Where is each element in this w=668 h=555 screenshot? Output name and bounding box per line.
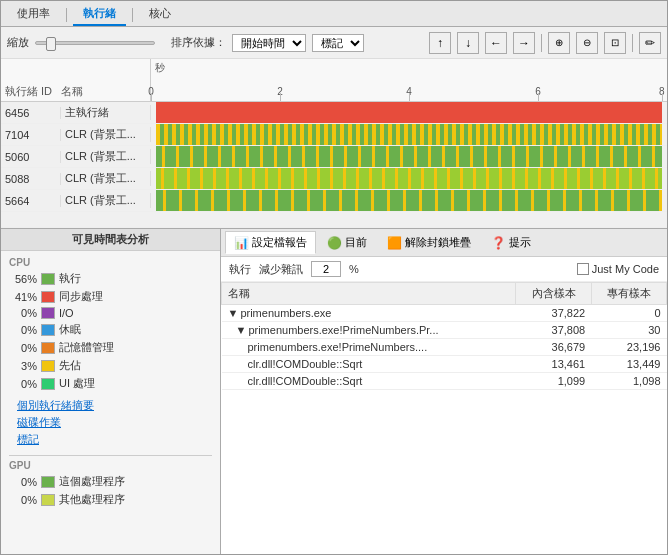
gpu-item-name: 這個處理程序 (59, 474, 125, 489)
cpu-color-swatch (41, 342, 55, 354)
move-left-button[interactable]: ← (485, 32, 507, 54)
right-tab-bar: 📊 設定檔報告 🟢 目前 🟧 解除封鎖堆疊 ❓ 提示 (221, 229, 667, 257)
cpu-pct: 0% (9, 342, 37, 354)
tab-unblock-stack[interactable]: 🟧 解除封鎖堆疊 (378, 231, 480, 254)
table-row[interactable]: 5060 CLR (背景工... (1, 146, 667, 168)
tab-core[interactable]: 核心 (139, 3, 181, 26)
table-row[interactable]: 7104 CLR (背景工... (1, 124, 667, 146)
cpu-pct: 0% (9, 307, 37, 319)
noise-label: 減少雜訊 (259, 262, 303, 277)
row-name-cell: clr.dll!COMDouble::Sqrt (222, 373, 516, 390)
row-exclusive-cell: 30 (591, 322, 666, 339)
cpu-color-swatch (41, 307, 55, 319)
table-row[interactable]: clr.dll!COMDouble::Sqrt 13,461 13,449 (222, 356, 667, 373)
individual-threads-link[interactable]: 個別執行緒摘要 (17, 398, 204, 413)
profile-table: 名稱 內含樣本 專有樣本 ▼primenumbers.exe 37,822 0 … (221, 282, 667, 390)
move-right-button[interactable]: → (513, 32, 535, 54)
cpu-analysis: CPU 56% 執行 41% 同步處理 0% I/O (1, 251, 220, 554)
row-name-cell: ▼primenumbers.exe (222, 305, 516, 322)
row-inclusive-cell: 13,461 (516, 356, 591, 373)
zoom-label: 縮放 (7, 35, 29, 50)
col-exclusive-header[interactable]: 專有樣本 (591, 283, 666, 305)
thread-name-cell: CLR (背景工... (61, 193, 151, 208)
cpu-item-name: UI 處理 (59, 376, 95, 391)
just-my-code-checkbox[interactable] (577, 263, 589, 275)
bar-segment (156, 146, 662, 167)
table-row[interactable]: primenumbers.exe!PrimeNumbers.... 36,679… (222, 339, 667, 356)
cpu-section-label: CPU (9, 257, 212, 268)
tab-label: 解除封鎖堆疊 (405, 235, 471, 250)
top-tab-bar: 使用率 執行緒 核心 (1, 1, 667, 27)
row-inclusive-cell: 37,822 (516, 305, 591, 322)
just-my-code-label: Just My Code (592, 263, 659, 275)
marker-select[interactable]: 標記 (312, 34, 364, 52)
thread-id-cell: 7104 (1, 129, 61, 141)
row-name-cell: ▼primenumbers.exe!PrimeNumbers.Pr... (222, 322, 516, 339)
current-icon: 🟢 (327, 236, 342, 250)
hint-icon: ❓ (491, 236, 506, 250)
table-row[interactable]: ▼primenumbers.exe 37,822 0 (222, 305, 667, 322)
bar-segment (156, 190, 662, 211)
cpu-item-row: 0% UI 處理 (9, 376, 212, 391)
zoom-out-button[interactable]: ⊖ (576, 32, 598, 54)
thread-id-cell: 5060 (1, 151, 61, 163)
move-down-button[interactable]: ↓ (457, 32, 479, 54)
sort-select[interactable]: 開始時間 (232, 34, 306, 52)
zoom-in-button[interactable]: ⊕ (548, 32, 570, 54)
thread-bar[interactable] (151, 102, 667, 123)
tab-current[interactable]: 🟢 目前 (318, 231, 376, 254)
cpu-item-name: 執行 (59, 271, 81, 286)
table-row[interactable]: ▼primenumbers.exe!PrimeNumbers.Pr... 37,… (222, 322, 667, 339)
edit-button[interactable]: ✏ (639, 32, 661, 54)
thread-bar[interactable] (151, 124, 667, 145)
tab-hint[interactable]: ❓ 提示 (482, 231, 540, 254)
table-row[interactable]: 5088 CLR (背景工... (1, 168, 667, 190)
row-inclusive-cell: 37,808 (516, 322, 591, 339)
markers-link[interactable]: 標記 (17, 432, 204, 447)
right-toolbar: 執行 減少雜訊 % Just My Code (221, 257, 667, 282)
gpu-pct: 0% (9, 476, 37, 488)
thread-bar[interactable] (151, 190, 667, 211)
tab-divider (66, 8, 67, 22)
table-row[interactable]: clr.dll!COMDouble::Sqrt 1,099 1,098 (222, 373, 667, 390)
fit-button[interactable]: ⊡ (604, 32, 626, 54)
expand-icon[interactable]: ▼ (228, 307, 239, 319)
cpu-color-swatch (41, 291, 55, 303)
row-inclusive-cell: 1,099 (516, 373, 591, 390)
tab-usage[interactable]: 使用率 (7, 3, 60, 26)
thread-name-cell: CLR (背景工... (61, 171, 151, 186)
zoom-slider[interactable] (35, 41, 155, 45)
data-table-container[interactable]: 名稱 內含樣本 專有樣本 ▼primenumbers.exe 37,822 0 … (221, 282, 667, 554)
table-row[interactable]: 6456 主執行緒 (1, 102, 667, 124)
gpu-item-row: 0% 其他處理程序 (9, 492, 212, 507)
thread-name-cell: CLR (背景工... (61, 127, 151, 142)
col-inclusive-header[interactable]: 內含樣本 (516, 283, 591, 305)
right-panel: 📊 設定檔報告 🟢 目前 🟧 解除封鎖堆疊 ❓ 提示 執行 (221, 229, 667, 554)
bar-segment (156, 168, 662, 189)
time-unit-label: 秒 (155, 61, 165, 75)
col-name-header[interactable]: 名稱 (222, 283, 516, 305)
left-panel: 可見時間表分析 CPU 56% 執行 41% 同步處理 0% (1, 229, 221, 554)
noise-input[interactable] (311, 261, 341, 277)
gpu-item-row: 0% 這個處理程序 (9, 474, 212, 489)
disk-ops-link[interactable]: 磁碟作業 (17, 415, 204, 430)
move-up-button[interactable]: ↑ (429, 32, 451, 54)
table-row[interactable]: 5664 CLR (背景工... (1, 190, 667, 212)
thread-bar[interactable] (151, 168, 667, 189)
tab-thread[interactable]: 執行緒 (73, 3, 126, 26)
cpu-item-name: I/O (59, 307, 74, 319)
tab-divider2 (132, 8, 133, 22)
slider-thumb[interactable] (46, 37, 56, 51)
cpu-item-name: 先佔 (59, 358, 81, 373)
unblock-icon: 🟧 (387, 236, 402, 250)
tab-profile-report[interactable]: 📊 設定檔報告 (225, 231, 316, 254)
row-name-cell: primenumbers.exe!PrimeNumbers.... (222, 339, 516, 356)
gpu-color-swatch (41, 494, 55, 506)
cpu-item-row: 3% 先佔 (9, 358, 212, 373)
cpu-item-row: 56% 執行 (9, 271, 212, 286)
main-toolbar: 縮放 排序依據： 開始時間 標記 ↑ ↓ ← → ⊕ ⊖ ⊡ ✏ (1, 27, 667, 59)
tab-label: 提示 (509, 235, 531, 250)
thread-bar[interactable] (151, 146, 667, 167)
expand-icon[interactable]: ▼ (236, 324, 247, 336)
cpu-item-row: 0% 記憶體管理 (9, 340, 212, 355)
